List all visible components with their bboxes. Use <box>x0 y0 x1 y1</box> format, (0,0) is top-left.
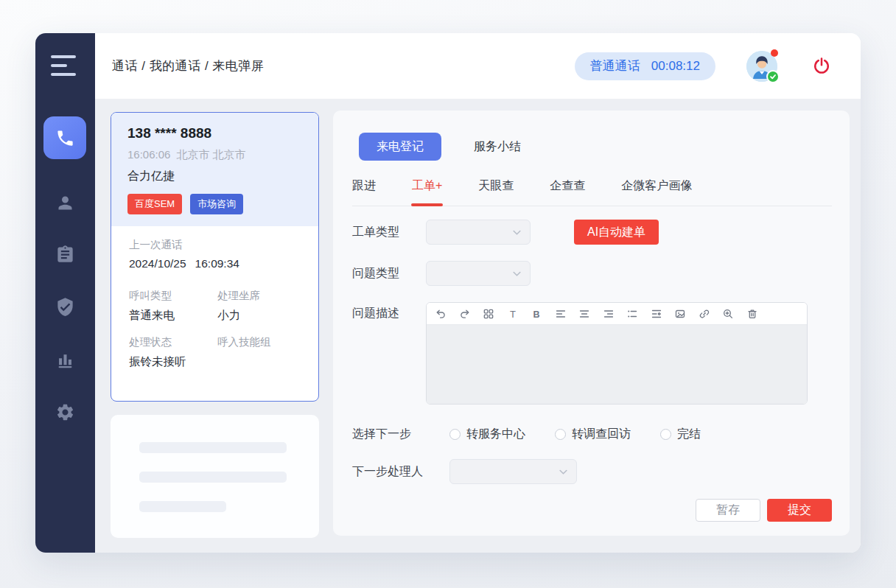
bold-icon[interactable]: B <box>531 308 542 320</box>
caller-card-header: 138 **** 8888 16:06:06 北京市 北京市 合力亿捷 百度SE… <box>111 113 318 226</box>
skeleton-line <box>139 501 226 512</box>
gear-icon <box>55 402 75 422</box>
radio-complete[interactable]: 完结 <box>660 427 701 442</box>
next-handler-label: 下一步处理人 <box>352 464 449 480</box>
field-value: 小力 <box>217 308 301 323</box>
next-step-label: 选择下一步 <box>352 427 449 442</box>
subtab-ticket[interactable]: 工单+ <box>412 178 442 194</box>
caller-card-details: 上一次通话 2024/10/25 16:09:34 呼叫类型 处理坐席 普通来电… <box>111 226 318 382</box>
chevron-down-icon <box>513 225 521 239</box>
submit-button[interactable]: 提交 <box>767 499 832 522</box>
ai-auto-create-button[interactable]: AI自动建单 <box>574 220 659 245</box>
align-right-icon[interactable] <box>603 308 615 320</box>
sidebar-item-contacts[interactable] <box>35 188 95 217</box>
zoom-in-icon[interactable] <box>722 308 734 320</box>
rich-text-editor: T B <box>426 302 808 405</box>
subtab-wecom-profile[interactable]: 企微客户画像 <box>621 178 692 194</box>
menu-toggle-icon[interactable] <box>51 55 80 82</box>
skeleton-line <box>139 472 287 483</box>
avatar[interactable] <box>746 51 777 82</box>
call-start-time: 16:06:06 <box>127 148 170 162</box>
power-icon[interactable] <box>811 56 832 77</box>
save-draft-button[interactable]: 暂存 <box>696 499 760 522</box>
last-call-date: 2024/10/25 <box>129 257 186 270</box>
editor-toolbar: T B <box>427 303 807 325</box>
field-value <box>217 354 301 370</box>
tab-call-register[interactable]: 来电登记 <box>359 133 441 161</box>
ticket-type-select[interactable] <box>426 220 531 245</box>
field-value: 振铃未接听 <box>129 354 217 370</box>
field-label: 呼叫类型 <box>129 289 217 303</box>
field-label: 处理坐席 <box>217 289 301 303</box>
tab-service-summary[interactable]: 服务小结 <box>474 139 521 155</box>
caller-tag: 市场咨询 <box>190 194 243 214</box>
online-status-badge <box>766 70 780 83</box>
caller-tag: 百度SEM <box>127 194 182 214</box>
issue-description-editor[interactable] <box>427 325 807 404</box>
subtab-tianyancha[interactable]: 天眼查 <box>478 178 514 194</box>
call-status-label: 普通通话 <box>590 57 640 74</box>
sidebar-item-quality[interactable] <box>35 292 95 321</box>
caller-card: 138 **** 8888 16:06:06 北京市 北京市 合力亿捷 百度SE… <box>111 112 319 402</box>
radio-icon <box>555 429 566 440</box>
radio-icon <box>660 429 671 440</box>
sidebar-item-tasks[interactable] <box>35 239 95 269</box>
next-handler-select[interactable] <box>449 459 577 484</box>
align-center-icon[interactable] <box>578 308 590 320</box>
text-icon[interactable]: T <box>507 308 519 320</box>
bar-chart-icon <box>55 350 75 370</box>
caller-company: 合力亿捷 <box>127 169 302 184</box>
sidebar-item-reports[interactable] <box>35 345 95 374</box>
subtab-follow-up[interactable]: 跟进 <box>352 178 376 194</box>
loading-placeholder-card <box>111 415 319 538</box>
sidebar <box>35 33 95 553</box>
redo-icon[interactable] <box>459 308 471 320</box>
call-status-pill: 普通通话 00:08:12 <box>575 52 715 80</box>
subtab-qichacha[interactable]: 企查查 <box>550 178 585 194</box>
undo-icon[interactable] <box>435 308 447 320</box>
issue-type-label: 问题类型 <box>352 266 426 281</box>
field-label: 呼入技能组 <box>217 335 301 349</box>
breadcrumb: 通话 / 我的通话 / 来电弹屏 <box>112 57 264 74</box>
chevron-down-icon <box>513 267 521 280</box>
caller-location: 北京市 北京市 <box>176 148 245 162</box>
field-label: 处理状态 <box>129 335 217 349</box>
chevron-down-icon <box>559 465 567 478</box>
sidebar-item-settings[interactable] <box>35 397 95 427</box>
sub-tabs: 跟进 工单+ 天眼查 企查查 企微客户画像 <box>352 178 832 206</box>
radio-transfer-survey-callback[interactable]: 转调查回访 <box>555 427 631 442</box>
ticket-type-label: 工单类型 <box>352 225 426 240</box>
issue-desc-label: 问题描述 <box>352 302 426 324</box>
caller-phone-number: 138 **** 8888 <box>127 125 302 141</box>
radio-icon <box>449 429 461 440</box>
topbar: 通话 / 我的通话 / 来电弹屏 普通通话 00:08:12 <box>95 33 861 99</box>
next-step-radio-group: 转服务中心 转调查回访 完结 <box>449 427 701 442</box>
issue-type-select[interactable] <box>426 261 531 286</box>
sidebar-item-calls[interactable] <box>43 116 86 159</box>
work-panel: 来电登记 服务小结 跟进 工单+ 天眼查 企查查 企微客户画像 工单类型 AI自… <box>333 111 850 536</box>
field-value: 普通来电 <box>129 308 217 323</box>
svg-text:T: T <box>510 308 516 319</box>
notification-dot <box>771 49 778 57</box>
shield-check-icon <box>55 297 75 317</box>
indent-icon[interactable] <box>651 308 662 320</box>
last-call-label: 上一次通话 <box>129 238 301 252</box>
image-icon[interactable] <box>674 308 686 320</box>
align-left-icon[interactable] <box>555 308 567 320</box>
last-call-time: 16:09:34 <box>195 257 239 270</box>
skeleton-line <box>139 442 287 453</box>
clipboard-icon <box>55 245 75 265</box>
app-window: 通话 / 我的通话 / 来电弹屏 普通通话 00:08:12 <box>35 33 861 553</box>
phone-icon <box>55 128 75 148</box>
user-icon <box>55 193 75 213</box>
svg-text:B: B <box>533 309 539 319</box>
link-icon[interactable] <box>699 308 710 320</box>
radio-transfer-service-center[interactable]: 转服务中心 <box>449 427 525 442</box>
blocks-icon[interactable] <box>483 308 494 320</box>
list-icon[interactable] <box>626 308 638 320</box>
call-timer: 00:08:12 <box>651 59 700 74</box>
trash-icon[interactable] <box>746 308 758 320</box>
main-content: 138 **** 8888 16:06:06 北京市 北京市 合力亿捷 百度SE… <box>95 99 861 553</box>
